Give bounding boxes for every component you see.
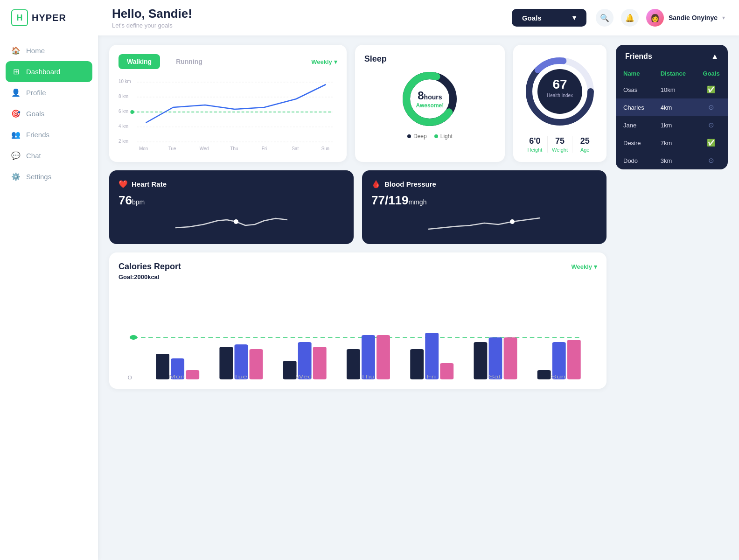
tab-walking[interactable]: Walking: [119, 54, 160, 69]
svg-text:0: 0: [127, 375, 132, 379]
friend-distance: 10km: [653, 81, 695, 98]
friend-goal: ✅: [695, 81, 728, 98]
sidebar-item-chat[interactable]: 💬Chat: [0, 145, 98, 166]
svg-point-30: [130, 335, 137, 340]
svg-text:4 km: 4 km: [119, 124, 128, 129]
sleep-title: Sleep: [364, 54, 495, 64]
svg-rect-43: [410, 349, 424, 379]
sleep-card: Sleep 8hours Awesome!: [355, 45, 505, 162]
health-stats: 6'0 Height 75 Weight 25 Age: [523, 136, 597, 153]
sleep-subtitle: Awesome!: [416, 102, 444, 109]
heart-rate-value: 76bpm: [119, 193, 344, 208]
weekly-filter[interactable]: Weekly ▾: [311, 58, 337, 65]
nav-items: 🏠Home⊞Dashboard👤Profile🎯Goals👥Friends💬Ch…: [0, 40, 98, 187]
sleep-legend: Deep Light: [364, 133, 495, 140]
activity-tabs: Walking Running Weekly ▾: [119, 54, 337, 69]
blood-pressure-header: 🩸 Blood Pressure: [371, 180, 597, 189]
svg-rect-45: [440, 363, 453, 379]
tab-running[interactable]: Running: [167, 54, 211, 69]
svg-text:Tue: Tue: [233, 374, 247, 379]
sidebar-item-friends[interactable]: 👥Friends: [0, 124, 98, 145]
user-profile[interactable]: 👩 Sandie Onyinye ▾: [646, 9, 725, 27]
friend-name: Jane: [616, 116, 653, 134]
table-row[interactable]: Dodo 3km ⊙: [616, 152, 728, 169]
svg-text:6 km: 6 km: [119, 109, 128, 114]
svg-rect-44: [425, 333, 439, 379]
settings-icon: ⚙️: [11, 172, 21, 181]
friend-distance: 4km: [653, 98, 695, 116]
header-icons: 🔍 🔔 👩 Sandie Onyinye ▾: [596, 9, 725, 27]
svg-rect-51: [567, 340, 581, 379]
svg-point-11: [130, 110, 134, 114]
calories-card: Calories Report Weekly ▾ Goal:2000kcal: [109, 252, 607, 389]
sidebar-item-settings[interactable]: ⚙️Settings: [0, 166, 98, 187]
logo-icon: H: [11, 9, 28, 26]
content-area: Walking Running Weekly ▾ 10 km 8 km 6 km…: [98, 35, 739, 560]
svg-point-27: [234, 219, 238, 224]
sidebar-item-home[interactable]: 🏠Home: [0, 40, 98, 61]
friend-name: Charles: [616, 98, 653, 116]
goals-dropdown[interactable]: Goals ▾: [512, 9, 586, 27]
sidebar-label-chat: Chat: [26, 152, 41, 160]
header: Hello, Sandie! Let's define your goals G…: [98, 0, 739, 35]
svg-rect-37: [283, 361, 297, 379]
sidebar-label-friends: Friends: [26, 131, 49, 139]
svg-text:Thu: Thu: [230, 146, 238, 151]
blood-pressure-card: 🩸 Blood Pressure 77/119mmgh: [362, 170, 607, 244]
sidebar-item-dashboard[interactable]: ⊞Dashboard: [6, 61, 92, 82]
health-gauge: 67 Health Index: [523, 54, 597, 129]
sleep-hours: 8hours: [416, 89, 444, 102]
sidebar-label-dashboard: Dashboard: [26, 68, 60, 76]
svg-rect-42: [376, 335, 390, 379]
table-row[interactable]: Desire 7km ✅: [616, 134, 728, 152]
svg-rect-39: [313, 347, 327, 379]
friend-distance: 7km: [653, 134, 695, 152]
svg-rect-36: [250, 349, 263, 379]
goal-unmet-icon: ⊙: [708, 156, 714, 164]
notifications-button[interactable]: 🔔: [621, 9, 639, 27]
svg-text:Mon: Mon: [169, 374, 185, 379]
calories-filter[interactable]: Weekly ▾: [571, 263, 597, 270]
sleep-donut: 8hours Awesome!: [364, 69, 495, 129]
stat-height: 6'0 Height: [523, 136, 547, 153]
top-row: Walking Running Weekly ▾ 10 km 8 km 6 km…: [109, 45, 607, 162]
friend-goal: ⊙: [695, 116, 728, 134]
table-row[interactable]: Osas 10km ✅: [616, 81, 728, 98]
heart-rate-card: ❤️ Heart Rate 76bpm: [109, 170, 354, 244]
sidebar-label-settings: Settings: [26, 173, 51, 181]
sleep-label: 8hours Awesome!: [416, 89, 444, 109]
svg-text:2 km: 2 km: [119, 139, 128, 144]
table-row[interactable]: Jane 1km ⊙: [616, 116, 728, 134]
svg-text:Fri: Fri: [426, 374, 436, 379]
subtitle: Let's define your goals: [112, 22, 502, 29]
svg-point-24: [537, 69, 582, 114]
svg-rect-49: [537, 370, 551, 379]
sidebar-item-goals[interactable]: 🎯Goals: [0, 103, 98, 124]
friend-name: Desire: [616, 134, 653, 152]
svg-text:10 km: 10 km: [119, 79, 131, 84]
svg-rect-41: [362, 335, 375, 379]
sidebar-item-profile[interactable]: 👤Profile: [0, 82, 98, 103]
heart-rate-header: ❤️ Heart Rate: [119, 180, 344, 189]
greeting: Hello, Sandie!: [112, 7, 502, 21]
sidebar-label-profile: Profile: [26, 89, 46, 97]
col-name: Name: [616, 66, 653, 81]
friends-title: Friends: [625, 52, 652, 61]
friends-table: Name Distance Goals Osas 10km ✅ Charles …: [616, 66, 728, 169]
stat-age: 25 Age: [572, 136, 597, 153]
goal-unmet-icon: ⊙: [708, 103, 714, 111]
goals-icon: 🎯: [11, 109, 21, 118]
legend-light: Light: [434, 133, 453, 140]
table-row[interactable]: Charles 4km ⊙: [616, 98, 728, 116]
svg-text:Sun: Sun: [551, 374, 565, 379]
svg-text:Sat: Sat: [292, 146, 299, 151]
calories-goal: Goal:2000kcal: [119, 273, 597, 280]
sidebar-label-goals: Goals: [26, 110, 44, 118]
friends-header: Friends ▲: [616, 45, 728, 66]
activity-chart: 10 km 8 km 6 km 4 km 2 km: [119, 77, 337, 151]
sidebar-label-home: Home: [26, 47, 45, 55]
chat-icon: 💬: [11, 151, 21, 160]
svg-rect-47: [489, 337, 502, 379]
blood-pressure-chart: [371, 211, 597, 235]
search-button[interactable]: 🔍: [596, 9, 614, 27]
